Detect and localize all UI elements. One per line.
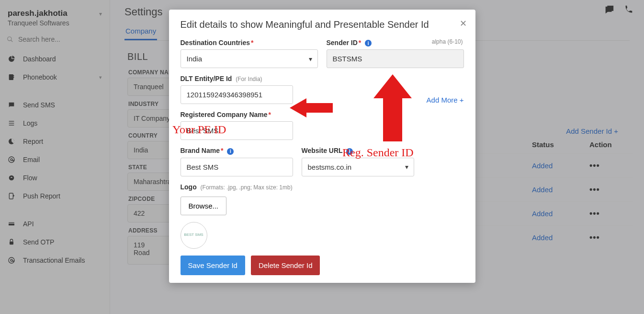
info-icon[interactable]: i	[365, 40, 372, 47]
info-icon[interactable]: i	[346, 148, 353, 155]
logo-preview: BEST SMS	[181, 222, 207, 249]
input-brand-name[interactable]	[181, 158, 293, 176]
edit-sender-id-modal: Edit details to show Meaningful and Pres…	[169, 10, 475, 283]
input-dlt-entity[interactable]	[181, 85, 293, 104]
select-website-url[interactable]: bestsms.co.in	[302, 158, 414, 176]
input-sender-id[interactable]: BSTSMS	[327, 49, 464, 68]
modal-title: Edit details to show Meaningful and Pres…	[181, 19, 464, 30]
label-website-url: Website URL i	[302, 147, 414, 154]
modal-overlay: Edit details to show Meaningful and Pres…	[0, 0, 644, 314]
close-icon[interactable]: ✕	[460, 18, 467, 29]
delete-button[interactable]: Delete Sender Id	[251, 256, 320, 275]
browse-button[interactable]: Browse...	[181, 197, 227, 215]
select-destination-country[interactable]: India	[181, 49, 318, 68]
input-registered-company[interactable]	[181, 121, 293, 140]
label-destination-countries: Destination Countries*	[181, 39, 318, 47]
label-dlt-entity: DLT Entity/PE Id (For India)	[181, 75, 293, 82]
label-registered-company: Registered Company Name*	[181, 111, 293, 118]
label-logo: Logo (Formats: .jpg, .png; Max size: 1mb…	[181, 183, 464, 191]
save-button[interactable]: Save Sender Id	[181, 256, 245, 275]
add-more-link[interactable]: Add More +	[302, 96, 464, 104]
info-icon[interactable]: i	[227, 148, 234, 155]
sender-id-hint: alpha (6-10)	[432, 38, 463, 45]
label-brand-name: Brand Name* i	[181, 147, 293, 154]
